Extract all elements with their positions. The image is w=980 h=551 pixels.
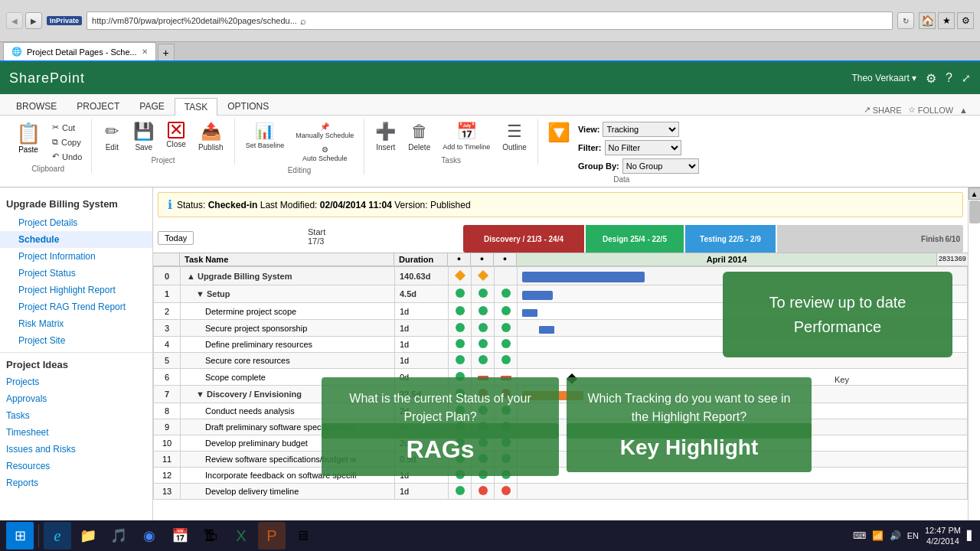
chrome-button[interactable]: ◉ (136, 522, 163, 549)
editing-label: Editing (241, 166, 358, 174)
cut-button[interactable]: ✂ Cut (49, 121, 85, 134)
explorer-button[interactable]: 📁 (74, 522, 102, 549)
show-desktop-icon[interactable]: ▋ (967, 530, 974, 541)
home-icon[interactable]: 🏠 (919, 12, 936, 29)
taskbar: ⊞ e 📁 🎵 ◉ 📅 🗜 X P 🖥 ⌨ 📶 🔊 EN 12:47 PM 4/… (0, 520, 980, 551)
add-timeline-button[interactable]: 📅 Add to Timeline (438, 119, 495, 154)
table-row[interactable]: 10 Develop preliminary budget 2d (154, 435, 968, 452)
settings-icon[interactable]: ⚙ (926, 71, 936, 86)
sidebar-item-schedule[interactable]: Schedule (0, 231, 152, 248)
favorites-icon[interactable]: ★ (938, 12, 955, 29)
sidebar-item-tasks[interactable]: Tasks (0, 407, 152, 424)
volume-icon[interactable]: 🔊 (890, 530, 901, 541)
scroll-thumb[interactable] (969, 201, 980, 223)
paste-label: Paste (18, 145, 38, 154)
insert-button[interactable]: ➕ Insert (371, 119, 400, 155)
task-name: ▲ Upgrade Billing System (181, 267, 395, 285)
edit-button[interactable]: ✏ Edit (98, 119, 126, 155)
sidebar-item-reports[interactable]: Reports (0, 474, 152, 491)
save-button[interactable]: 💾 Save (129, 119, 158, 155)
sidebar-item-project-status[interactable]: Project Status (0, 265, 152, 282)
editing-buttons: 📊 Set Baseline 📌 Manually Schedule ⚙ Aut… (241, 119, 358, 165)
filter-combo-row: Filter: No Filter (578, 140, 699, 155)
refresh-button[interactable]: ↻ (897, 12, 914, 29)
table-row[interactable]: 9 Draft preliminary software specificati… (154, 419, 968, 435)
table-row[interactable]: 7 ▼ Discovery / Envisioning 22.5d (154, 386, 968, 403)
powerpoint-button[interactable]: P (258, 522, 286, 549)
today-button[interactable]: Today (158, 231, 194, 245)
table-row[interactable]: 8 Conduct needs analysis 2d (154, 403, 968, 419)
calendar-button[interactable]: 📅 (166, 522, 194, 549)
tab-favicon: 🌐 (11, 47, 22, 57)
active-tab[interactable]: 🌐 Project Detail Pages - Sche... ✕ (3, 42, 156, 60)
rags-header-panel: RAGs (322, 423, 559, 476)
sidebar-item-project-highlight[interactable]: Project Highlight Report (0, 282, 152, 298)
data-filter-button[interactable]: 🔽 (544, 119, 573, 146)
sidebar-item-resources[interactable]: Resources (0, 458, 152, 474)
sidebar-item-project-information[interactable]: Project Information (0, 248, 152, 265)
sidebar-item-rag-trend[interactable]: Project RAG Trend Report (0, 298, 152, 315)
data-filter-icon: 🔽 View: Tracking Filter: No Filter (544, 119, 699, 174)
keyboard-icon[interactable]: ⌨ (853, 530, 866, 541)
back-button[interactable]: ◀ (6, 12, 23, 29)
close-button[interactable]: ✕ Close (162, 119, 191, 152)
tab-task[interactable]: TASK (175, 98, 217, 116)
sidebar-item-upgrade-billing[interactable]: Upgrade Billing System (0, 194, 152, 214)
follow-button[interactable]: ☆ FOLLOW (908, 105, 953, 115)
start-menu-button[interactable]: ⊞ (6, 522, 34, 549)
scrollbar[interactable]: ▲ ▼ (968, 187, 980, 551)
table-row[interactable]: 12 Incorporate feedback on software spec… (154, 468, 968, 484)
ie-icon: e (54, 527, 61, 545)
sidebar-item-project-site[interactable]: Project Site (0, 332, 152, 349)
rag-cell (495, 267, 518, 285)
help-icon[interactable]: ? (946, 71, 952, 85)
phase-design: Design 25/4 - 22/5 (586, 225, 685, 253)
tab-page[interactable]: PAGE (129, 97, 174, 115)
outline-button[interactable]: ☰ Outline (498, 119, 531, 155)
tab-bar: 🌐 Project Detail Pages - Sche... ✕ + (0, 42, 980, 62)
auto-schedule-button[interactable]: ⚙ Auto Schedule (292, 143, 358, 165)
tab-project[interactable]: PROJECT (67, 97, 129, 115)
minimize-ribbon-icon[interactable]: ▲ (959, 106, 968, 115)
publish-icon: 📤 (201, 122, 221, 142)
sidebar-item-projects[interactable]: Projects (0, 373, 152, 390)
share-button[interactable]: ↗ SHARE (864, 105, 902, 115)
groupby-select[interactable]: No Group (622, 158, 699, 174)
view-select[interactable]: Tracking (603, 122, 679, 137)
copy-button[interactable]: ⧉ Copy (49, 135, 85, 148)
manually-schedule-button[interactable]: 📌 Manually Schedule (292, 120, 358, 142)
paste-button[interactable]: 📋 Paste (11, 119, 46, 157)
ie-button[interactable]: e (44, 522, 71, 549)
task-duration: 4.5d (395, 285, 449, 303)
user-menu[interactable]: Theo Verkaart ▾ (851, 73, 916, 83)
set-baseline-button[interactable]: 📊 Set Baseline (241, 119, 289, 152)
tab-close-icon[interactable]: ✕ (142, 47, 148, 56)
excel-button[interactable]: X (227, 522, 255, 549)
forward-button[interactable]: ▶ (25, 12, 42, 29)
sidebar-item-timesheet[interactable]: Timesheet (0, 424, 152, 441)
sidebar-item-project-ideas[interactable]: Project Ideas (0, 356, 152, 373)
sidebar-item-risk-matrix[interactable]: Risk Matrix (0, 315, 152, 332)
publish-button[interactable]: 📤 Publish (194, 119, 228, 155)
table-row[interactable]: 13 Develop delivery timeline 1d (154, 484, 968, 500)
sidebar-item-approvals[interactable]: Approvals (0, 390, 152, 407)
filter-select[interactable]: No Filter (605, 140, 681, 155)
status-text: Status: Checked-in Last Modified: 02/04/… (177, 200, 471, 210)
scroll-up[interactable]: ▲ (969, 187, 981, 200)
delete-button[interactable]: 🗑 Delete (403, 119, 435, 155)
table-row[interactable]: 11 Review software specifications/budget… (154, 452, 968, 468)
media-button[interactable]: 🎵 (105, 522, 132, 549)
app10-button[interactable]: 🖥 (289, 522, 316, 549)
network-icon[interactable]: 📶 (872, 530, 884, 541)
clipboard-group: 📋 Paste ✂ Cut ⧉ Copy ↶ Undo (5, 119, 92, 173)
address-bar[interactable]: http://vm870/pwa/project%20detail%20page… (87, 11, 893, 30)
expand-icon[interactable]: ⤢ (962, 72, 971, 84)
tab-options[interactable]: OPTIONS (217, 97, 279, 115)
undo-button[interactable]: ↶ Undo (49, 150, 85, 163)
settings-browser-icon[interactable]: ⚙ (957, 12, 974, 29)
tab-browse[interactable]: BROWSE (6, 97, 67, 115)
sidebar-item-issues-risks[interactable]: Issues and Risks (0, 441, 152, 458)
sidebar-item-project-details[interactable]: Project Details (0, 214, 152, 231)
archive-button[interactable]: 🗜 (197, 522, 224, 549)
new-tab-button[interactable]: + (158, 44, 175, 60)
